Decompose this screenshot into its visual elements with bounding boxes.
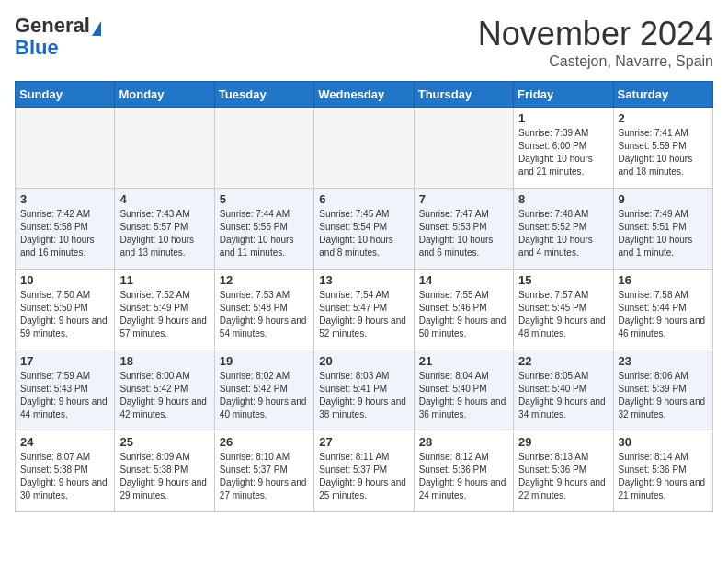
- day-info: Sunrise: 7:43 AMSunset: 5:57 PMDaylight:…: [119, 209, 194, 258]
- logo-triangle-icon: [92, 21, 101, 36]
- day-number: 28: [419, 435, 508, 449]
- day-number: 14: [419, 273, 508, 287]
- table-row: 30 Sunrise: 8:14 AMSunset: 5:36 PMDaylig…: [613, 431, 712, 512]
- day-number: 12: [220, 273, 309, 287]
- day-info: Sunrise: 7:41 AMSunset: 5:59 PMDaylight:…: [619, 128, 693, 177]
- day-info: Sunrise: 7:57 AMSunset: 5:45 PMDaylight:…: [518, 290, 606, 339]
- calendar-week-4: 17 Sunrise: 7:59 AMSunset: 5:43 PMDaylig…: [16, 350, 713, 431]
- calendar-week-1: 1 Sunrise: 7:39 AMSunset: 6:00 PMDayligh…: [16, 108, 713, 189]
- table-row: 4 Sunrise: 7:43 AMSunset: 5:57 PMDayligh…: [115, 189, 214, 270]
- table-row: 5 Sunrise: 7:44 AMSunset: 5:55 PMDayligh…: [214, 189, 313, 270]
- day-info: Sunrise: 7:48 AMSunset: 5:52 PMDaylight:…: [518, 209, 593, 258]
- table-row: 7 Sunrise: 7:47 AMSunset: 5:53 PMDayligh…: [414, 189, 513, 270]
- table-row: 28 Sunrise: 8:12 AMSunset: 5:36 PMDaylig…: [414, 431, 513, 512]
- day-info: Sunrise: 8:11 AMSunset: 5:37 PMDaylight:…: [319, 452, 406, 500]
- day-number: 1: [518, 111, 608, 125]
- day-number: 11: [119, 273, 209, 287]
- location-subtitle: Castejon, Navarre, Spain: [478, 53, 713, 70]
- day-number: 15: [518, 273, 608, 287]
- title-block: November 2024 Castejon, Navarre, Spain: [478, 15, 713, 70]
- table-row: 23 Sunrise: 8:06 AMSunset: 5:39 PMDaylig…: [613, 350, 712, 431]
- table-row: [16, 108, 115, 189]
- table-row: 19 Sunrise: 8:02 AMSunset: 5:42 PMDaylig…: [214, 350, 313, 431]
- day-info: Sunrise: 8:12 AMSunset: 5:36 PMDaylight:…: [419, 452, 506, 500]
- table-row: 15 Sunrise: 7:57 AMSunset: 5:45 PMDaylig…: [514, 270, 613, 350]
- day-info: Sunrise: 8:05 AMSunset: 5:40 PMDaylight:…: [518, 371, 606, 419]
- calendar-week-2: 3 Sunrise: 7:42 AMSunset: 5:58 PMDayligh…: [16, 189, 713, 270]
- day-number: 24: [20, 435, 109, 449]
- day-info: Sunrise: 8:09 AMSunset: 5:38 PMDaylight:…: [119, 452, 207, 500]
- table-row: 1 Sunrise: 7:39 AMSunset: 6:00 PMDayligh…: [514, 108, 613, 189]
- table-row: 8 Sunrise: 7:48 AMSunset: 5:52 PMDayligh…: [514, 189, 613, 270]
- table-row: 20 Sunrise: 8:03 AMSunset: 5:41 PMDaylig…: [314, 350, 414, 431]
- day-info: Sunrise: 7:53 AMSunset: 5:48 PMDaylight:…: [220, 290, 307, 339]
- day-info: Sunrise: 8:10 AMSunset: 5:37 PMDaylight:…: [220, 452, 307, 500]
- logo-general: General: [15, 14, 90, 37]
- day-number: 25: [119, 435, 209, 449]
- calendar-week-5: 24 Sunrise: 8:07 AMSunset: 5:38 PMDaylig…: [16, 431, 713, 512]
- day-number: 4: [119, 192, 209, 206]
- table-row: 24 Sunrise: 8:07 AMSunset: 5:38 PMDaylig…: [16, 431, 115, 512]
- table-row: 29 Sunrise: 8:13 AMSunset: 5:36 PMDaylig…: [514, 431, 613, 512]
- table-row: 10 Sunrise: 7:50 AMSunset: 5:50 PMDaylig…: [16, 270, 115, 350]
- table-row: 27 Sunrise: 8:11 AMSunset: 5:37 PMDaylig…: [314, 431, 414, 512]
- day-number: 5: [220, 192, 309, 206]
- day-number: 21: [419, 354, 508, 368]
- table-row: 9 Sunrise: 7:49 AMSunset: 5:51 PMDayligh…: [613, 189, 712, 270]
- col-thursday: Thursday: [414, 82, 513, 108]
- table-row: 21 Sunrise: 8:04 AMSunset: 5:40 PMDaylig…: [414, 350, 513, 431]
- col-friday: Friday: [514, 82, 613, 108]
- day-info: Sunrise: 7:58 AMSunset: 5:44 PMDaylight:…: [619, 290, 706, 339]
- day-number: 10: [20, 273, 109, 287]
- table-row: 14 Sunrise: 7:55 AMSunset: 5:46 PMDaylig…: [414, 270, 513, 350]
- col-monday: Monday: [115, 82, 214, 108]
- day-info: Sunrise: 8:13 AMSunset: 5:36 PMDaylight:…: [518, 452, 606, 500]
- day-number: 3: [20, 192, 109, 206]
- day-number: 13: [319, 273, 408, 287]
- day-info: Sunrise: 8:00 AMSunset: 5:42 PMDaylight:…: [119, 371, 207, 419]
- col-tuesday: Tuesday: [214, 82, 313, 108]
- day-info: Sunrise: 8:04 AMSunset: 5:40 PMDaylight:…: [419, 371, 506, 419]
- table-row: [115, 108, 214, 189]
- logo-blue: Blue: [15, 36, 59, 59]
- day-number: 20: [319, 354, 408, 368]
- day-number: 30: [619, 435, 708, 449]
- day-number: 9: [619, 192, 708, 206]
- day-number: 19: [220, 354, 309, 368]
- table-row: 26 Sunrise: 8:10 AMSunset: 5:37 PMDaylig…: [214, 431, 313, 512]
- logo: General Blue: [15, 15, 101, 59]
- day-info: Sunrise: 7:54 AMSunset: 5:47 PMDaylight:…: [319, 290, 406, 339]
- day-info: Sunrise: 7:44 AMSunset: 5:55 PMDaylight:…: [220, 209, 294, 258]
- table-row: 3 Sunrise: 7:42 AMSunset: 5:58 PMDayligh…: [16, 189, 115, 270]
- day-number: 29: [518, 435, 608, 449]
- table-row: 2 Sunrise: 7:41 AMSunset: 5:59 PMDayligh…: [613, 108, 712, 189]
- table-row: 17 Sunrise: 7:59 AMSunset: 5:43 PMDaylig…: [16, 350, 115, 431]
- day-info: Sunrise: 7:52 AMSunset: 5:49 PMDaylight:…: [119, 290, 207, 339]
- day-info: Sunrise: 8:14 AMSunset: 5:36 PMDaylight:…: [619, 452, 706, 500]
- day-number: 16: [619, 273, 708, 287]
- col-saturday: Saturday: [613, 82, 712, 108]
- day-info: Sunrise: 8:02 AMSunset: 5:42 PMDaylight:…: [220, 371, 307, 419]
- day-info: Sunrise: 7:47 AMSunset: 5:53 PMDaylight:…: [419, 209, 494, 258]
- table-row: 11 Sunrise: 7:52 AMSunset: 5:49 PMDaylig…: [115, 270, 214, 350]
- day-info: Sunrise: 7:59 AMSunset: 5:43 PMDaylight:…: [20, 371, 108, 419]
- table-row: 16 Sunrise: 7:58 AMSunset: 5:44 PMDaylig…: [613, 270, 712, 350]
- day-number: 23: [619, 354, 708, 368]
- month-title: November 2024: [478, 15, 713, 53]
- day-info: Sunrise: 7:39 AMSunset: 6:00 PMDaylight:…: [518, 128, 593, 177]
- table-row: [314, 108, 414, 189]
- table-row: 22 Sunrise: 8:05 AMSunset: 5:40 PMDaylig…: [514, 350, 613, 431]
- table-row: 13 Sunrise: 7:54 AMSunset: 5:47 PMDaylig…: [314, 270, 414, 350]
- page-header: General Blue November 2024 Castejon, Nav…: [15, 15, 713, 70]
- day-number: 18: [119, 354, 209, 368]
- day-number: 2: [619, 111, 708, 125]
- day-info: Sunrise: 8:06 AMSunset: 5:39 PMDaylight:…: [619, 371, 706, 419]
- calendar-header-row: Sunday Monday Tuesday Wednesday Thursday…: [16, 82, 713, 108]
- day-info: Sunrise: 7:49 AMSunset: 5:51 PMDaylight:…: [619, 209, 693, 258]
- table-row: 25 Sunrise: 8:09 AMSunset: 5:38 PMDaylig…: [115, 431, 214, 512]
- table-row: [214, 108, 313, 189]
- day-number: 8: [518, 192, 608, 206]
- day-number: 26: [220, 435, 309, 449]
- day-info: Sunrise: 7:45 AMSunset: 5:54 PMDaylight:…: [319, 209, 393, 258]
- day-number: 27: [319, 435, 408, 449]
